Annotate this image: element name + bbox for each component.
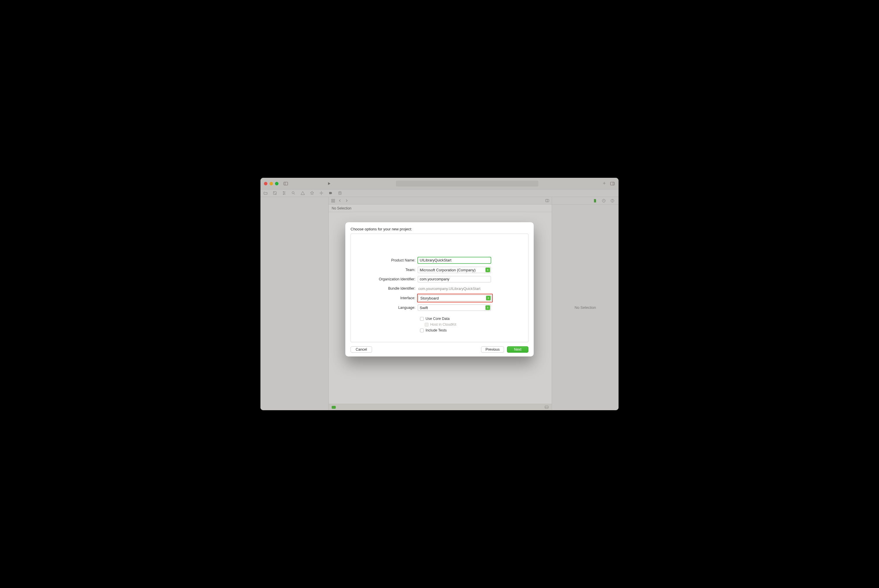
product-name-input[interactable] bbox=[418, 257, 491, 264]
include-tests-checkbox[interactable] bbox=[420, 328, 424, 332]
chevron-updown-icon bbox=[486, 296, 491, 300]
org-label: Organization Identifier: bbox=[359, 277, 418, 281]
sheet-button-row: Cancel Previous Next bbox=[350, 346, 529, 352]
cancel-button[interactable]: Cancel bbox=[350, 346, 372, 352]
new-project-sheet: Choose options for your new project: Pro… bbox=[345, 222, 534, 357]
bundle-identifier-value: com.yourcompany.UILibraryQuickStart bbox=[418, 287, 481, 291]
form-area: Product Name: Team: Microsoft Corporatio… bbox=[350, 234, 529, 342]
chevron-updown-icon bbox=[485, 268, 490, 272]
sheet-title: Choose options for your new project: bbox=[350, 227, 529, 231]
interface-select[interactable]: Storyboard bbox=[418, 295, 491, 301]
include-tests-label: Include Tests bbox=[425, 328, 447, 332]
org-identifier-input[interactable] bbox=[418, 276, 491, 282]
cloudkit-checkbox bbox=[425, 323, 428, 327]
product-label: Product Name: bbox=[359, 258, 418, 262]
previous-button[interactable]: Previous bbox=[481, 346, 504, 352]
language-label: Language: bbox=[359, 306, 418, 310]
include-tests-row: Include Tests bbox=[420, 327, 520, 333]
chevron-updown-icon bbox=[485, 305, 490, 310]
next-button[interactable]: Next bbox=[507, 346, 529, 352]
interface-label: Interface: bbox=[359, 296, 418, 300]
language-select[interactable]: Swift bbox=[418, 304, 491, 311]
use-core-data-label: Use Core Data bbox=[425, 316, 450, 321]
xcode-window: + No Selection bbox=[260, 178, 619, 410]
team-select[interactable]: Microsoft Corporation (Company) bbox=[418, 267, 491, 273]
bundle-label: Bundle Identifier: bbox=[359, 286, 418, 291]
interface-highlight: Storyboard bbox=[417, 294, 493, 302]
cloudkit-row: Host in CloudKit bbox=[425, 322, 520, 327]
cloudkit-label: Host in CloudKit bbox=[430, 322, 456, 327]
use-core-data-checkbox[interactable] bbox=[420, 317, 424, 321]
use-core-data-row: Use Core Data bbox=[420, 316, 520, 322]
team-label: Team: bbox=[359, 268, 418, 272]
